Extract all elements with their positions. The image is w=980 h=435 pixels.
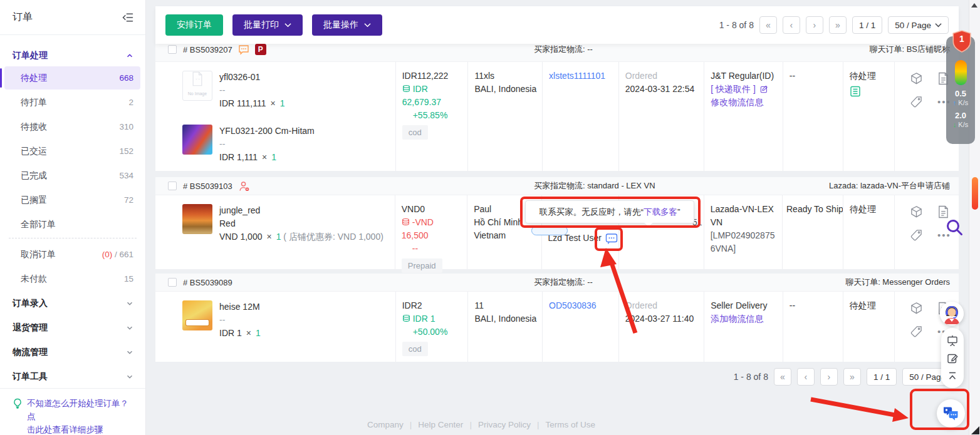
product-price: VND 1,000 bbox=[219, 232, 262, 242]
sidebar-item-all-orders[interactable]: 全部订单 bbox=[4, 213, 140, 236]
duoke-chat-button[interactable] bbox=[937, 399, 965, 427]
chevron-down-icon bbox=[935, 23, 942, 28]
package-icon[interactable] bbox=[910, 205, 926, 218]
buyer-name: 11xls bbox=[474, 69, 537, 83]
order-checkbox[interactable] bbox=[168, 182, 177, 190]
message-buyer-icon[interactable] bbox=[605, 232, 618, 245]
feedback-note-icon[interactable] bbox=[947, 353, 958, 364]
collapse-sidebar-icon[interactable] bbox=[122, 11, 134, 24]
buyer-tag-pill[interactable] bbox=[531, 226, 568, 235]
product-name: YFL0321-200 Cm-Hitam bbox=[219, 125, 315, 138]
package-icon[interactable] bbox=[910, 302, 926, 315]
sidebar-item-shipped[interactable]: 已交运152 bbox=[4, 140, 140, 163]
platform-order-link[interactable]: xlstets1111101 bbox=[549, 69, 613, 83]
note-icon[interactable] bbox=[850, 86, 889, 97]
count-badge: 2 bbox=[128, 98, 133, 107]
tutorial-board-icon[interactable] bbox=[947, 335, 958, 346]
footer-link-help-center[interactable]: Help Center bbox=[418, 420, 463, 429]
count-badge: 72 bbox=[124, 195, 133, 205]
ship-status: -- bbox=[790, 69, 838, 83]
last-page-button[interactable]: » bbox=[843, 368, 861, 386]
shield-badge-icon[interactable]: 1 bbox=[952, 30, 972, 53]
invoice-icon[interactable] bbox=[937, 205, 954, 218]
lightbulb-icon bbox=[13, 398, 23, 435]
order-status: 待处理 bbox=[850, 299, 889, 312]
help-tip-link[interactable]: 不知道怎么开始处理订单？点击此处查看详细步骤 bbox=[0, 388, 145, 435]
arrange-order-button[interactable]: 安排订单 bbox=[165, 14, 223, 36]
product-item[interactable]: No Image yfl0326-01 -- IDR 111,111×1 bbox=[182, 71, 390, 110]
time-cell: Ordered 2024-03-27 11:40 bbox=[618, 292, 704, 362]
sidebar-item-on-hold[interactable]: 已搁置72 bbox=[4, 188, 140, 212]
sidebar-item-to-print[interactable]: 待打单2 bbox=[4, 91, 140, 114]
prev-page-button[interactable]: ‹ bbox=[797, 368, 815, 386]
profit-coin-icon bbox=[402, 218, 410, 227]
footer-link-privacy[interactable]: Privacy Policy bbox=[478, 420, 531, 429]
order-checkbox[interactable] bbox=[168, 45, 177, 54]
order-id[interactable]: # BS5039103 bbox=[183, 182, 232, 191]
product-variant: Red bbox=[219, 217, 383, 230]
sidebar-section-order-tools[interactable]: 订单工具 bbox=[0, 365, 145, 389]
product-variant: -- bbox=[219, 84, 284, 97]
sidebar-item-completed[interactable]: 已完成534 bbox=[4, 164, 140, 187]
buyer-location: BALI, Indonesia bbox=[474, 312, 537, 325]
logistics-cell: Lazada-VN-LEX VN [LMP0249028756VNA] bbox=[704, 195, 782, 269]
order-id[interactable]: # BS5039089 bbox=[183, 278, 232, 287]
order-checkbox[interactable] bbox=[168, 278, 177, 287]
tag-icon[interactable] bbox=[910, 229, 926, 242]
order-card-header: # BS5039089 买家指定物流: -- 聊天订单: Messenger O… bbox=[155, 274, 959, 291]
sidebar-section-order-entry[interactable]: 订单录入 bbox=[0, 292, 145, 315]
status-cell: 待处理 bbox=[843, 62, 894, 171]
magnifier-icon[interactable] bbox=[945, 218, 964, 237]
batch-operation-button[interactable]: 批量操作 bbox=[312, 14, 382, 36]
next-page-button[interactable]: › bbox=[820, 368, 838, 386]
ship-status-cell: -- bbox=[783, 292, 843, 362]
footer-link-terms[interactable]: Terms of Use bbox=[545, 420, 595, 429]
product-item[interactable]: YFL0321-200 Cm-Hitam -- IDR 1,111×1 bbox=[182, 125, 390, 164]
order-time: 2024-03-31 22:54 bbox=[625, 83, 699, 96]
page-size-select[interactable]: 50 / Page bbox=[888, 16, 949, 34]
sidebar-section-returns[interactable]: 退货管理 bbox=[0, 316, 145, 340]
sidebar-item-cancelled[interactable]: 取消订单 (0) / 661 bbox=[4, 243, 140, 266]
product-image bbox=[182, 125, 212, 155]
first-page-button[interactable]: « bbox=[759, 16, 777, 34]
customer-service-avatar[interactable] bbox=[940, 302, 964, 325]
first-page-button[interactable]: « bbox=[774, 368, 791, 386]
tag-icon[interactable] bbox=[910, 325, 926, 338]
back-to-top-icon[interactable] bbox=[947, 371, 957, 381]
batch-print-button[interactable]: 批量打印 bbox=[232, 14, 303, 36]
prev-page-button[interactable]: ‹ bbox=[783, 16, 800, 34]
sidebar-section-logistics[interactable]: 物流管理 bbox=[0, 340, 145, 364]
footer-link-company[interactable]: Company bbox=[367, 420, 404, 429]
order-id[interactable]: # BS5039207 bbox=[183, 45, 232, 54]
store-note: Lazada: lazada-VN-平台申请店铺 bbox=[829, 180, 950, 192]
chevron-down-icon bbox=[364, 23, 371, 28]
estimated-profit: IDR 1 bbox=[413, 314, 435, 324]
tag-icon[interactable] bbox=[910, 96, 926, 108]
scroll-up-arrow-icon[interactable] bbox=[971, 3, 977, 8]
platform-order-link[interactable]: OD5030836 bbox=[549, 299, 613, 312]
scrollbar-thumb[interactable] bbox=[972, 177, 978, 210]
status-cell: 待处理 bbox=[843, 292, 894, 362]
footer: Company|Help Center|Privacy Policy|Terms… bbox=[155, 420, 807, 429]
sidebar-item-to-pickup[interactable]: 待揽收310 bbox=[4, 115, 140, 138]
count-badge: 310 bbox=[119, 122, 133, 131]
gradient-bar bbox=[955, 60, 967, 85]
product-price: IDR 111,111 bbox=[219, 98, 266, 108]
chevron-down-icon bbox=[125, 299, 134, 308]
count-badge: 534 bbox=[119, 171, 133, 180]
chat-bubble-icon[interactable] bbox=[238, 44, 249, 55]
package-icon[interactable] bbox=[910, 72, 926, 85]
sidebar-item-pending[interactable]: 待处理668 bbox=[4, 66, 140, 90]
sidebar: 订单 订单处理 待处理668 待打单2 待揽收310 已交运152 已完成534… bbox=[0, 0, 146, 435]
sidebar-item-unpaid[interactable]: 未付款15 bbox=[4, 267, 140, 290]
sidebar-section-order-processing[interactable]: 订单处理 bbox=[0, 44, 145, 68]
edit-logistics-link[interactable]: 修改物流信息 bbox=[711, 96, 778, 109]
product-item[interactable]: heise 12M -- IDR 1×1 bbox=[182, 300, 390, 340]
product-qty: 1 bbox=[256, 328, 261, 338]
next-page-button[interactable]: › bbox=[806, 16, 823, 34]
product-cell: No Image yfl0326-01 -- IDR 111,111×1 YFL… bbox=[155, 62, 395, 171]
download-duoke-link[interactable]: 下载多客 bbox=[644, 207, 677, 218]
product-item[interactable]: jungle_red Red VND 1,000×1 ( 店铺优惠券: VND … bbox=[182, 204, 390, 243]
last-page-button[interactable]: » bbox=[829, 16, 847, 34]
add-logistics-link[interactable]: 添加物流信息 bbox=[711, 312, 778, 325]
